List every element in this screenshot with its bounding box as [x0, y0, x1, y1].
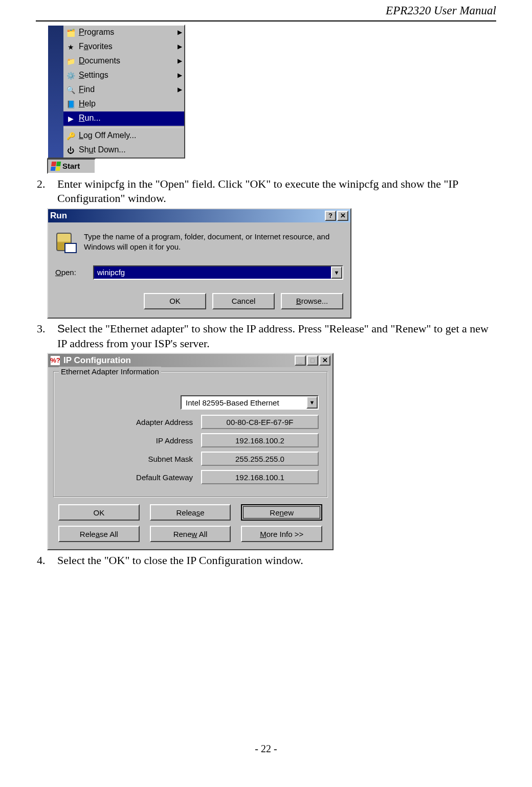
start-menu-item[interactable]: 📘Help	[63, 97, 184, 111]
renew-all-button[interactable]: Renew All	[150, 526, 231, 542]
more-info-button[interactable]: More Info >>	[241, 526, 322, 542]
start-menu-item-label: Favorites	[79, 41, 113, 52]
dropdown-icon[interactable]: ▼	[331, 266, 342, 279]
run-description: Type the name of a program, folder, docu…	[84, 232, 343, 252]
ok-button[interactable]: OK	[144, 293, 206, 309]
page-header: EPR2320 User Manual	[36, 0, 496, 21]
start-menu-item-label: Run...	[79, 113, 101, 124]
subnet-mask-value: 255.255.255.0	[201, 452, 319, 466]
ok-button[interactable]: OK	[58, 504, 140, 521]
submenu-arrow-icon: ▶	[178, 43, 182, 51]
start-menu-item[interactable]: ⚙️Settings▶	[63, 69, 184, 83]
step-2-text: Enter winipcfg in the "Open" field. Clic…	[57, 177, 496, 206]
run-dialog-icon	[55, 232, 77, 253]
open-field-value[interactable]: winipcfg	[94, 266, 331, 279]
adapter-value: Intel 82595-Based Ethernet	[182, 396, 306, 409]
adapter-address-label: Adapter Address	[62, 417, 195, 428]
page-number: - 22 -	[255, 743, 277, 754]
ipcfg-title: IP Configuration	[63, 355, 131, 366]
start-menu-item-label: Settings	[79, 70, 108, 81]
start-menu-item-label: Log Off Amely...	[79, 130, 136, 141]
step-4-text: Select the "OK" to close the IP Configur…	[57, 553, 496, 568]
start-menu-item[interactable]: ▶Run...	[63, 111, 184, 126]
renew-button[interactable]: Renew	[241, 504, 322, 521]
default-gateway-label: Default Gateway	[62, 473, 195, 483]
start-menu-item[interactable]: 🔍Find▶	[63, 83, 184, 97]
adapter-combobox[interactable]: Intel 82595-Based Ethernet ▼	[181, 395, 319, 410]
help-button[interactable]: ?	[325, 211, 336, 221]
close-button[interactable]: ✕	[319, 355, 330, 366]
find-icon: 🔍	[65, 85, 76, 95]
start-menu-item[interactable]: ★Favorites▶	[63, 40, 184, 54]
logoff-icon: 🔑	[65, 131, 76, 141]
programs-icon: 🗂️	[65, 28, 76, 38]
close-button[interactable]: ✕	[337, 211, 348, 221]
start-menu-item[interactable]: 📁Documents▶	[63, 54, 184, 69]
run-icon: ▶	[65, 114, 76, 124]
start-button[interactable]: Start	[47, 159, 96, 174]
submenu-arrow-icon: ▶	[178, 57, 182, 65]
submenu-arrow-icon: ▶	[178, 29, 182, 37]
cancel-button[interactable]: Cancel	[212, 293, 275, 309]
step-3-text: Select the "Ethernet adapter" to show th…	[57, 322, 496, 351]
page-footer: - 22 -	[36, 742, 496, 755]
menu-separator	[63, 127, 184, 128]
shutdown-icon: ⏻	[65, 145, 76, 155]
release-button[interactable]: Release	[150, 504, 231, 521]
ipcfg-title-icon: %?	[50, 355, 60, 366]
help-icon: 📘	[65, 99, 76, 109]
start-menu-item-label: Help	[79, 99, 96, 109]
adapter-address-value: 00-80-C8-EF-67-9F	[201, 415, 319, 429]
open-combobox[interactable]: winipcfg ▼	[93, 265, 343, 280]
windows-logo-icon	[51, 162, 61, 171]
start-menu-item-label: Documents	[79, 56, 120, 66]
ip-address-label: IP Address	[62, 436, 195, 446]
dropdown-icon[interactable]: ▼	[306, 396, 318, 409]
start-menu-figure: 🗂️Programs▶★Favorites▶📁Documents▶⚙️Setti…	[47, 25, 496, 174]
ethernet-adapter-groupbox: Ethernet Adapter Information Intel 82595…	[53, 371, 327, 497]
run-title: Run	[50, 210, 67, 221]
start-menu-item-label: Programs	[79, 27, 114, 38]
start-menu-item[interactable]: ⏻Shut Down...	[63, 143, 184, 158]
ipcfg-titlebar: %? IP Configuration _ □ ✕	[48, 354, 332, 367]
subnet-mask-label: Subnet Mask	[62, 454, 195, 464]
run-titlebar: Run ? ✕	[48, 209, 350, 222]
submenu-arrow-icon: ▶	[178, 72, 182, 80]
step-3-num: 3.	[36, 322, 53, 351]
start-menu-item-label: Shut Down...	[79, 145, 126, 155]
favorites-icon: ★	[65, 42, 76, 52]
browse-button[interactable]: Browse...	[281, 293, 343, 309]
start-menu-item-label: Find	[79, 84, 95, 95]
doc-title: EPR2320 User Manual	[386, 4, 496, 17]
open-label: Open:	[55, 267, 84, 278]
maximize-button: □	[307, 355, 318, 366]
start-menu-item[interactable]: 🗂️Programs▶	[63, 26, 184, 40]
start-menu-banner	[48, 26, 63, 158]
start-menu: 🗂️Programs▶★Favorites▶📁Documents▶⚙️Setti…	[47, 25, 185, 159]
minimize-button[interactable]: _	[295, 355, 306, 366]
start-menu-item[interactable]: 🔑Log Off Amely...	[63, 129, 184, 143]
settings-icon: ⚙️	[65, 71, 76, 81]
submenu-arrow-icon: ▶	[178, 86, 182, 94]
step-3: 3. Select the "Ethernet adapter" to show…	[36, 322, 496, 351]
start-button-label: Start	[62, 161, 80, 171]
default-gateway-value: 192.168.100.1	[201, 470, 319, 484]
step-4-num: 4.	[36, 553, 53, 568]
documents-icon: 📁	[65, 56, 76, 66]
release-all-button[interactable]: Release All	[58, 526, 140, 542]
step-2-num: 2.	[36, 177, 53, 206]
groupbox-title: Ethernet Adapter Information	[59, 367, 161, 377]
step-2: 2. Enter winipcfg in the "Open" field. C…	[36, 177, 496, 206]
run-dialog: Run ? ✕ Type the name of a program, fold…	[47, 208, 351, 319]
step-4: 4. Select the "OK" to close the IP Confi…	[36, 553, 496, 568]
ip-address-value: 192.168.100.2	[201, 433, 319, 447]
ip-configuration-dialog: %? IP Configuration _ □ ✕ Ethernet Adapt…	[47, 353, 334, 550]
